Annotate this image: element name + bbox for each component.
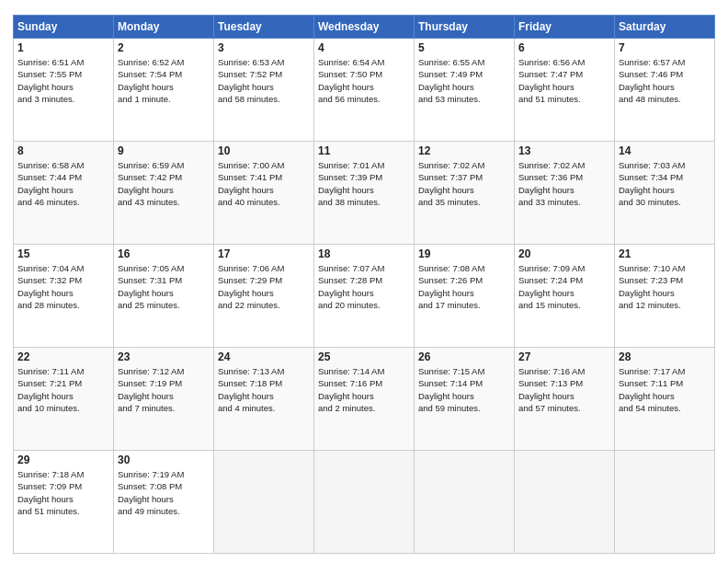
daylight-hours-label: Daylight hours xyxy=(118,391,174,401)
sunset-info: Sunset: 7:34 PM xyxy=(619,172,683,182)
daylight-duration: and 56 minutes. xyxy=(318,94,381,104)
calendar-cell: 12 Sunrise: 7:02 AMSunset: 7:37 PMDaylig… xyxy=(415,142,515,245)
sunset-info: Sunset: 7:14 PM xyxy=(418,378,483,388)
weekday-header-sunday: Sunday xyxy=(14,16,114,39)
day-number: 6 xyxy=(518,41,610,54)
day-info: Sunrise: 7:03 AMSunset: 7:34 PMDaylight … xyxy=(619,159,711,208)
calendar-cell: 20 Sunrise: 7:09 AMSunset: 7:24 PMDaylig… xyxy=(515,245,615,348)
calendar-cell xyxy=(214,451,314,554)
day-number: 16 xyxy=(118,247,210,260)
daylight-duration: and 33 minutes. xyxy=(518,197,581,207)
daylight-duration: and 54 minutes. xyxy=(619,403,681,413)
day-number: 11 xyxy=(318,144,410,157)
sunrise-info: Sunrise: 7:03 AM xyxy=(619,160,685,170)
sunset-info: Sunset: 7:21 PM xyxy=(17,378,82,388)
calendar-cell: 9 Sunrise: 6:59 AMSunset: 7:42 PMDayligh… xyxy=(114,142,214,245)
sunset-info: Sunset: 7:46 PM xyxy=(619,69,683,79)
daylight-hours-label: Daylight hours xyxy=(619,185,675,195)
sunset-info: Sunset: 7:29 PM xyxy=(218,275,282,285)
sunset-info: Sunset: 7:26 PM xyxy=(418,275,483,285)
calendar-cell: 21 Sunrise: 7:10 AMSunset: 7:23 PMDaylig… xyxy=(615,245,715,348)
day-number: 29 xyxy=(17,454,109,466)
sunrise-info: Sunrise: 6:59 AM xyxy=(118,160,184,170)
daylight-duration: and 25 minutes. xyxy=(118,300,180,310)
day-number: 13 xyxy=(518,144,610,157)
calendar-cell: 23 Sunrise: 7:12 AMSunset: 7:19 PMDaylig… xyxy=(114,348,214,451)
day-number: 25 xyxy=(318,350,410,363)
calendar-cell: 13 Sunrise: 7:02 AMSunset: 7:36 PMDaylig… xyxy=(515,142,615,245)
sunset-info: Sunset: 7:16 PM xyxy=(318,378,382,388)
day-number: 20 xyxy=(518,247,610,260)
daylight-duration: and 1 minute. xyxy=(118,94,171,104)
daylight-duration: and 57 minutes. xyxy=(518,403,581,413)
sunset-info: Sunset: 7:41 PM xyxy=(218,172,282,182)
daylight-hours-label: Daylight hours xyxy=(218,185,274,195)
day-number: 3 xyxy=(218,41,310,54)
calendar-cell: 3 Sunrise: 6:53 AMSunset: 7:52 PMDayligh… xyxy=(214,39,314,142)
day-info: Sunrise: 7:10 AMSunset: 7:23 PMDaylight … xyxy=(619,262,711,311)
daylight-hours-label: Daylight hours xyxy=(17,288,74,298)
calendar-cell: 4 Sunrise: 6:54 AMSunset: 7:50 PMDayligh… xyxy=(314,39,415,142)
day-number: 19 xyxy=(418,247,510,260)
sunrise-info: Sunrise: 7:01 AM xyxy=(318,160,384,170)
calendar-cell: 6 Sunrise: 6:56 AMSunset: 7:47 PMDayligh… xyxy=(515,39,615,142)
sunrise-info: Sunrise: 7:10 AM xyxy=(619,263,685,273)
day-number: 15 xyxy=(17,247,109,260)
daylight-hours-label: Daylight hours xyxy=(518,185,574,195)
sunrise-info: Sunrise: 6:57 AM xyxy=(619,57,685,67)
day-number: 28 xyxy=(619,350,711,363)
page: General Blue SundayMondayTuesdayWednesda… xyxy=(0,0,728,563)
day-number: 30 xyxy=(118,454,210,466)
day-info: Sunrise: 7:06 AMSunset: 7:29 PMDaylight … xyxy=(218,262,310,311)
calendar-cell: 29 Sunrise: 7:18 AMSunset: 7:09 PMDaylig… xyxy=(14,451,114,554)
day-info: Sunrise: 6:57 AMSunset: 7:46 PMDaylight … xyxy=(619,56,711,105)
sunset-info: Sunset: 7:18 PM xyxy=(218,378,282,388)
sunset-info: Sunset: 7:44 PM xyxy=(17,172,82,182)
calendar-cell: 2 Sunrise: 6:52 AMSunset: 7:54 PMDayligh… xyxy=(114,39,214,142)
sunset-info: Sunset: 7:11 PM xyxy=(619,378,683,388)
sunrise-info: Sunrise: 7:11 AM xyxy=(17,366,84,376)
daylight-duration: and 15 minutes. xyxy=(518,300,581,310)
day-number: 9 xyxy=(118,144,210,157)
daylight-duration: and 53 minutes. xyxy=(418,94,481,104)
sunrise-info: Sunrise: 7:08 AM xyxy=(418,263,484,273)
calendar-cell: 17 Sunrise: 7:06 AMSunset: 7:29 PMDaylig… xyxy=(214,245,314,348)
daylight-duration: and 46 minutes. xyxy=(17,197,80,207)
day-info: Sunrise: 7:08 AMSunset: 7:26 PMDaylight … xyxy=(418,262,510,311)
day-number: 21 xyxy=(619,247,711,260)
calendar-cell: 15 Sunrise: 7:04 AMSunset: 7:32 PMDaylig… xyxy=(14,245,114,348)
calendar-cell: 16 Sunrise: 7:05 AMSunset: 7:31 PMDaylig… xyxy=(114,245,214,348)
day-info: Sunrise: 7:18 AMSunset: 7:09 PMDaylight … xyxy=(17,468,109,517)
daylight-hours-label: Daylight hours xyxy=(218,82,274,92)
sunrise-info: Sunrise: 7:00 AM xyxy=(218,160,284,170)
sunset-info: Sunset: 7:36 PM xyxy=(518,172,583,182)
weekday-header-friday: Friday xyxy=(515,16,615,39)
calendar-cell: 24 Sunrise: 7:13 AMSunset: 7:18 PMDaylig… xyxy=(214,348,314,451)
sunset-info: Sunset: 7:55 PM xyxy=(17,69,82,79)
day-info: Sunrise: 6:51 AMSunset: 7:55 PMDaylight … xyxy=(17,56,109,105)
daylight-hours-label: Daylight hours xyxy=(318,391,374,401)
sunset-info: Sunset: 7:54 PM xyxy=(118,69,182,79)
sunset-info: Sunset: 7:09 PM xyxy=(17,481,82,491)
calendar-cell: 28 Sunrise: 7:17 AMSunset: 7:11 PMDaylig… xyxy=(615,348,715,451)
day-info: Sunrise: 7:11 AMSunset: 7:21 PMDaylight … xyxy=(17,365,109,414)
daylight-duration: and 28 minutes. xyxy=(17,300,80,310)
calendar-cell: 19 Sunrise: 7:08 AMSunset: 7:26 PMDaylig… xyxy=(415,245,515,348)
daylight-duration: and 22 minutes. xyxy=(218,300,280,310)
day-info: Sunrise: 7:19 AMSunset: 7:08 PMDaylight … xyxy=(118,468,210,517)
calendar: SundayMondayTuesdayWednesdayThursdayFrid… xyxy=(13,15,715,554)
sunrise-info: Sunrise: 6:55 AM xyxy=(418,57,484,67)
sunrise-info: Sunrise: 7:14 AM xyxy=(318,366,384,376)
weekday-header-thursday: Thursday xyxy=(415,16,515,39)
sunrise-info: Sunrise: 7:02 AM xyxy=(518,160,585,170)
day-info: Sunrise: 6:53 AMSunset: 7:52 PMDaylight … xyxy=(218,56,310,105)
calendar-cell: 8 Sunrise: 6:58 AMSunset: 7:44 PMDayligh… xyxy=(14,142,114,245)
day-info: Sunrise: 7:17 AMSunset: 7:11 PMDaylight … xyxy=(619,365,711,414)
calendar-cell xyxy=(515,451,615,554)
sunrise-info: Sunrise: 7:02 AM xyxy=(418,160,484,170)
daylight-hours-label: Daylight hours xyxy=(418,82,474,92)
day-info: Sunrise: 7:15 AMSunset: 7:14 PMDaylight … xyxy=(418,365,510,414)
daylight-hours-label: Daylight hours xyxy=(418,391,474,401)
daylight-duration: and 2 minutes. xyxy=(318,403,375,413)
sunrise-info: Sunrise: 7:05 AM xyxy=(118,263,184,273)
